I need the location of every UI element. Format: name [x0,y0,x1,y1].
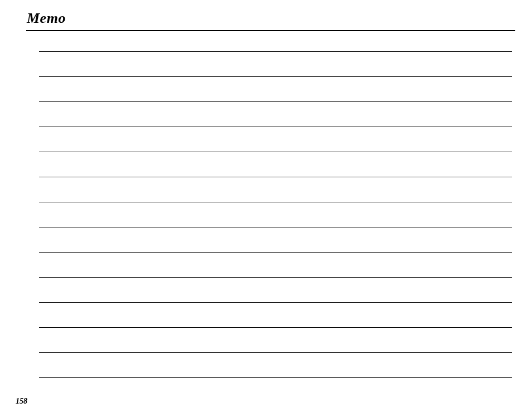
memo-line [39,101,512,102]
memo-line [39,327,512,328]
memo-line [39,352,512,353]
memo-line [39,152,512,152]
memo-line [39,127,512,127]
memo-line [39,277,512,278]
page-number: 158 [16,397,27,406]
memo-line [39,76,512,77]
memo-line [39,177,512,177]
memo-line [39,202,512,202]
memo-line [39,377,512,378]
memo-lines-container [27,51,515,378]
memo-line [39,252,512,253]
title-underline [26,30,515,31]
page-title: Memo [27,10,515,27]
memo-line [39,302,512,303]
memo-line [39,227,512,227]
memo-line [39,51,512,52]
